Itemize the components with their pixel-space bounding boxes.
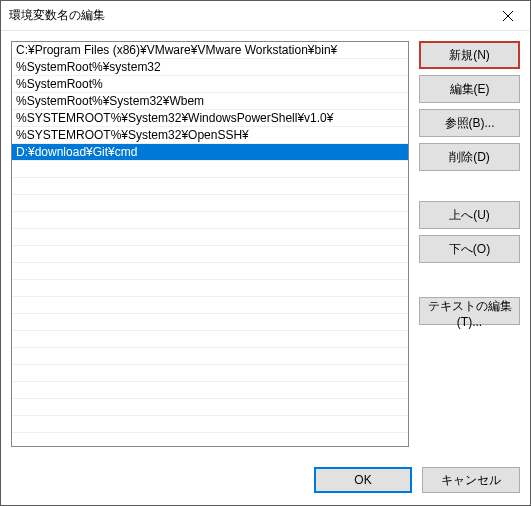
list-item[interactable]: %SYSTEMROOT%¥System32¥WindowsPowerShell¥… (12, 110, 408, 127)
new-button[interactable]: 新規(N) (419, 41, 520, 69)
close-button[interactable] (485, 1, 530, 30)
dialog-body: C:¥Program Files (x86)¥VMware¥VMware Wor… (1, 31, 530, 457)
list-column: C:¥Program Files (x86)¥VMware¥VMware Wor… (11, 41, 409, 457)
list-empty-row (12, 314, 408, 331)
spacer (419, 177, 520, 195)
title-bar: 環境変数名の編集 (1, 1, 530, 31)
list-empty-row (12, 178, 408, 195)
move-down-button[interactable]: 下へ(O) (419, 235, 520, 263)
list-empty-row (12, 229, 408, 246)
list-item[interactable]: D:¥download¥Git¥cmd (12, 144, 408, 161)
edit-text-button[interactable]: テキストの編集(T)... (419, 297, 520, 325)
list-empty-row (12, 161, 408, 178)
list-item[interactable]: C:¥Program Files (x86)¥VMware¥VMware Wor… (12, 42, 408, 59)
delete-button[interactable]: 削除(D) (419, 143, 520, 171)
spacer (419, 269, 520, 291)
list-empty-row (12, 280, 408, 297)
list-empty-row (12, 348, 408, 365)
cancel-button[interactable]: キャンセル (422, 467, 520, 493)
list-empty-row (12, 195, 408, 212)
move-up-button[interactable]: 上へ(U) (419, 201, 520, 229)
list-empty-row (12, 365, 408, 382)
list-empty-row (12, 263, 408, 280)
list-empty-row (12, 297, 408, 314)
button-column: 新規(N) 編集(E) 参照(B)... 削除(D) 上へ(U) 下へ(O) テ… (419, 41, 520, 457)
dialog-footer: OK キャンセル (1, 457, 530, 505)
window-title: 環境変数名の編集 (1, 7, 105, 24)
list-empty-row (12, 416, 408, 433)
list-item[interactable]: %SYSTEMROOT%¥System32¥OpenSSH¥ (12, 127, 408, 144)
list-item[interactable]: %SystemRoot%¥System32¥Wbem (12, 93, 408, 110)
dialog-window: 環境変数名の編集 C:¥Program Files (x86)¥VMware¥V… (0, 0, 531, 506)
ok-button[interactable]: OK (314, 467, 412, 493)
edit-button[interactable]: 編集(E) (419, 75, 520, 103)
list-empty-row (12, 382, 408, 399)
list-empty-row (12, 212, 408, 229)
path-listbox[interactable]: C:¥Program Files (x86)¥VMware¥VMware Wor… (11, 41, 409, 447)
list-empty-row (12, 246, 408, 263)
list-item[interactable]: %SystemRoot%¥system32 (12, 59, 408, 76)
close-icon (503, 11, 513, 21)
list-empty-row (12, 399, 408, 416)
browse-button[interactable]: 参照(B)... (419, 109, 520, 137)
list-item[interactable]: %SystemRoot% (12, 76, 408, 93)
list-empty-row (12, 331, 408, 348)
